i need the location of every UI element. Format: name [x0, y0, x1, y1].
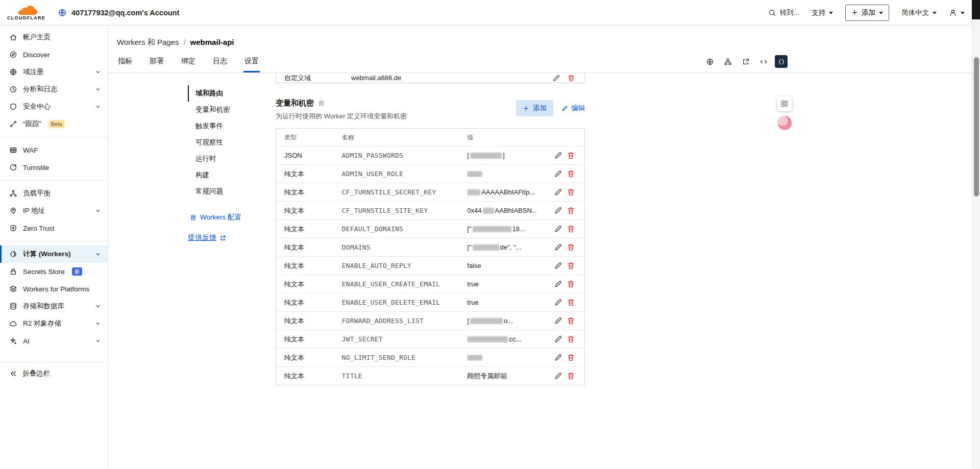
settings-nav-runtime[interactable]: 运行时	[188, 151, 268, 167]
sidebar-item-load-balancing[interactable]: 负载平衡	[0, 185, 108, 202]
delete-variable-button[interactable]	[566, 205, 576, 216]
toolbar-routes-button[interactable]	[721, 55, 734, 68]
sidebar-item-label: Turnstile	[23, 164, 49, 171]
tab-settings[interactable]: 设置	[243, 57, 260, 72]
edit-variable-button[interactable]	[553, 168, 564, 179]
add-button[interactable]: 添加	[845, 5, 889, 21]
toolbar-quick-edit-button[interactable]	[757, 55, 770, 68]
toolbar-preview-button[interactable]	[703, 55, 716, 68]
workers-config-link[interactable]: Workers 配置	[190, 213, 268, 222]
scrollbar-thumb[interactable]	[974, 57, 979, 196]
edit-variable-button[interactable]	[553, 279, 564, 289]
collapse-sidebar-button[interactable]: 折叠边栏	[0, 362, 108, 384]
edit-variable-button[interactable]	[553, 224, 564, 234]
delete-variable-button[interactable]	[566, 371, 576, 381]
user-menu[interactable]	[949, 9, 965, 17]
edit-variable-button[interactable]	[553, 205, 564, 216]
sidebar-item-security-center[interactable]: 安全中心	[0, 98, 108, 115]
sidebar-item-workers-for-platforms[interactable]: Workers for Platforms	[0, 280, 108, 298]
variable-row: 纯文本ADMIN_USER_ROLE	[276, 165, 585, 183]
sidebar-item-account-home[interactable]: 帐户主页	[0, 29, 108, 46]
delete-variable-button[interactable]	[566, 260, 576, 271]
sidebar: 帐户主页Discover域注册分析和日志安全中心“跟踪”BetaWAFTurns…	[0, 26, 108, 469]
zero-trust-icon	[9, 224, 17, 232]
tab-logs[interactable]: 日志	[212, 57, 228, 72]
database-icon	[9, 302, 17, 310]
value-text: [	[467, 317, 469, 325]
tab-metrics[interactable]: 指标	[117, 57, 133, 72]
section-actions: 添加 编辑	[516, 100, 585, 116]
sidebar-item-zero-trust[interactable]: Zero Trust	[0, 219, 108, 237]
edit-variable-button[interactable]	[553, 187, 564, 198]
support-menu[interactable]: 支持	[812, 8, 833, 17]
sidebar-item-compute-workers[interactable]: 计算 (Workers)	[0, 245, 108, 263]
variable-row: JSONADMIN_PASSWORDS[]	[276, 146, 585, 165]
sidebar-item-analytics-logs[interactable]: 分析和日志	[0, 81, 108, 98]
breadcrumb-parent[interactable]: Workers 和 Pages	[117, 38, 179, 47]
sidebar-item-storage-databases[interactable]: 存储和数据库	[0, 298, 108, 315]
feedback-link[interactable]: 提供反馈	[188, 233, 268, 242]
sidebar-item-discover[interactable]: Discover	[0, 46, 108, 63]
edit-variable-button[interactable]	[553, 352, 564, 363]
pencil-icon	[554, 243, 562, 252]
sidebar-item-trace[interactable]: “跟踪”Beta	[0, 115, 108, 133]
docs-icon[interactable]	[318, 100, 325, 107]
tab-bindings[interactable]: 绑定	[180, 57, 197, 72]
pencil-icon	[554, 225, 562, 233]
redacted-value	[467, 336, 508, 342]
delete-variable-button[interactable]	[566, 334, 576, 344]
toolbar-workers-dark-button[interactable]	[775, 55, 788, 68]
delete-variable-button[interactable]	[566, 242, 576, 253]
edit-variable-button[interactable]	[553, 150, 564, 161]
toolbar-open-external-button[interactable]	[739, 55, 752, 68]
sidebar-item-secrets-store[interactable]: Secrets Store新	[0, 263, 108, 280]
edit-variable-button[interactable]	[553, 242, 564, 253]
sidebar-item-waf[interactable]: WAF	[0, 141, 108, 159]
delete-variable-button[interactable]	[566, 168, 576, 179]
delete-variable-button[interactable]	[566, 315, 576, 326]
edit-variable-button[interactable]	[553, 371, 564, 381]
language-menu[interactable]: 简体中文	[901, 8, 937, 17]
edit-variable-button[interactable]	[553, 315, 564, 326]
delete-variable-button[interactable]	[566, 224, 576, 234]
sidebar-item-turnstile[interactable]: Turnstile	[0, 159, 108, 176]
account-selector[interactable]: 407177932@qq.com's Account	[58, 8, 179, 17]
delete-variable-button[interactable]	[566, 279, 576, 289]
add-variable-button[interactable]: 添加	[516, 100, 553, 116]
sidebar-item-domain-registration[interactable]: 域注册	[0, 63, 108, 81]
delete-variable-button[interactable]	[566, 352, 576, 363]
delete-variable-button[interactable]	[566, 187, 576, 198]
delete-variable-button[interactable]	[566, 297, 576, 308]
variable-name: JWT_SECRET	[334, 330, 459, 349]
globe-icon	[58, 8, 67, 17]
delete-variable-button[interactable]	[566, 150, 576, 161]
cloudflare-wordmark: CLOUDFLARE	[7, 15, 45, 20]
chevron-down-icon	[95, 104, 101, 110]
trash-icon	[567, 261, 575, 270]
settings-nav-general-issues[interactable]: 常规问题	[188, 183, 268, 200]
settings-nav-triggers[interactable]: 触发事件	[188, 118, 268, 134]
new-badge: 新	[72, 267, 83, 276]
sidebar-item-ai[interactable]: AI	[0, 332, 108, 350]
sidebar-item-r2-object-storage[interactable]: R2 对象存储	[0, 315, 108, 332]
extension-avatar-button[interactable]	[778, 116, 792, 130]
grid-icon	[780, 100, 789, 108]
extension-grid-button[interactable]	[777, 96, 792, 111]
delete-domain-button[interactable]	[566, 73, 576, 83]
variable-name: ENABLE_USER_CREATE_EMAIL	[334, 275, 459, 293]
settings-nav-variables-secrets[interactable]: 变量和机密	[188, 102, 268, 118]
go-to-search[interactable]: 转到...	[768, 8, 799, 17]
settings-nav-observability[interactable]: 可观察性	[188, 134, 268, 151]
edit-variable-button[interactable]	[553, 334, 564, 344]
breadcrumb-separator: /	[183, 38, 185, 46]
settings-nav-domains-routes[interactable]: 域和路由	[188, 85, 268, 102]
app-root: CLOUDFLARE 407177932@qq.com's Account 转到…	[0, 0, 980, 469]
edit-variables-button[interactable]: 编辑	[561, 104, 585, 113]
sidebar-item-ip-addresses[interactable]: IP 地址	[0, 202, 108, 219]
edit-variable-button[interactable]	[553, 297, 564, 308]
edit-domain-button[interactable]	[551, 73, 561, 83]
cloudflare-logo[interactable]: CLOUDFLARE	[7, 5, 45, 20]
tab-deployments[interactable]: 部署	[149, 57, 165, 72]
edit-variable-button[interactable]	[553, 260, 564, 271]
settings-nav-builds[interactable]: 构建	[188, 167, 268, 183]
